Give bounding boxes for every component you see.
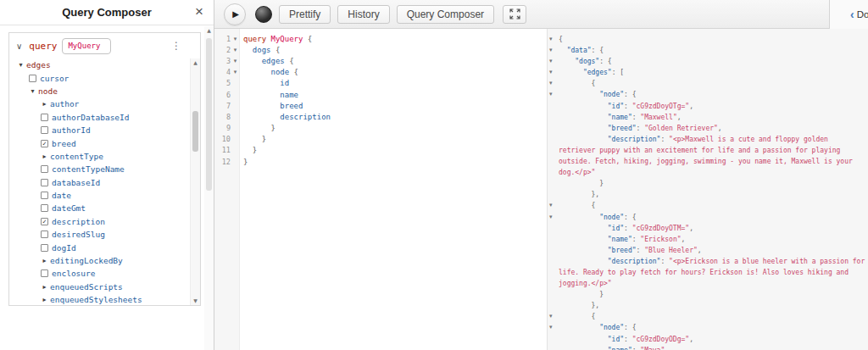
expand-arrow-icon[interactable]: ▸ xyxy=(39,283,50,291)
field-label: authorDatabaseId xyxy=(52,113,130,122)
field-label: authorId xyxy=(52,125,91,135)
fold-arrow-icon[interactable]: ▾ xyxy=(549,68,553,77)
collapse-arrow-icon[interactable]: ▾ xyxy=(15,61,26,69)
checkbox-checked-icon[interactable]: ✓ xyxy=(41,218,48,225)
checkbox-icon[interactable] xyxy=(41,231,48,238)
field-row-cursor[interactable]: cursor xyxy=(9,71,190,84)
operation-name-input[interactable] xyxy=(62,38,111,54)
checkbox-icon[interactable] xyxy=(41,165,48,173)
field-label: dateGmt xyxy=(52,203,86,213)
fold-arrow-icon[interactable]: ▾ xyxy=(549,57,553,66)
code-line: 4▾ node { xyxy=(214,67,547,78)
result-line: ▾ "edges": [ xyxy=(548,67,868,78)
fold-arrow-icon[interactable]: ▾ xyxy=(549,35,553,44)
docs-toggle-button[interactable]: ‹ Docs xyxy=(829,0,868,29)
checkbox-checked-icon[interactable]: ✓ xyxy=(41,140,48,147)
fold-arrow-icon[interactable]: ▾ xyxy=(231,58,240,64)
field-row-authorId[interactable]: authorId xyxy=(9,124,190,136)
field-row-dogId[interactable]: dogId xyxy=(9,241,190,253)
field-row-breed[interactable]: ✓breed xyxy=(9,136,190,149)
field-row-node[interactable]: ▾node xyxy=(9,85,190,97)
result-line: ▾ "node": { xyxy=(548,212,868,223)
field-row-enclosure[interactable]: enclosure xyxy=(9,267,190,280)
field-label: desiredSlug xyxy=(52,230,105,239)
field-label: enclosure xyxy=(52,269,95,278)
field-row-contentType[interactable]: ▸contentType xyxy=(9,150,190,163)
fold-arrow-icon[interactable]: ▾ xyxy=(549,323,553,332)
collapse-arrow-icon[interactable]: ▾ xyxy=(27,87,38,95)
fold-arrow-icon[interactable]: ▾ xyxy=(231,69,240,75)
fold-arrow-icon[interactable]: ▾ xyxy=(549,213,553,222)
fold-arrow-icon[interactable]: ▾ xyxy=(549,312,553,321)
field-row-edges[interactable]: ▾edges xyxy=(9,58,190,71)
field-row-description[interactable]: ✓description xyxy=(9,215,190,228)
code-text: } xyxy=(240,146,257,154)
line-number: 5 xyxy=(214,79,231,87)
result-line: ▾{ xyxy=(548,34,868,45)
auth-toggle-button[interactable] xyxy=(255,6,272,23)
fold-arrow-icon[interactable]: ▾ xyxy=(549,79,553,88)
code-text: node { xyxy=(240,68,298,76)
scrollbar-thumb[interactable] xyxy=(206,38,212,191)
expand-arrow-icon[interactable]: ▸ xyxy=(39,257,50,264)
checkbox-icon[interactable] xyxy=(41,114,48,121)
prettify-button[interactable]: Prettify xyxy=(279,5,331,24)
result-line: "id": "cG9zdDoyOTg=", xyxy=(548,101,868,112)
results-viewer: ▾{▾ "data": {▾ "dogs": {▾ "edges": [▾ {▾… xyxy=(547,29,868,350)
chevron-down-icon[interactable]: ∨ xyxy=(16,42,22,51)
checkbox-icon[interactable] xyxy=(29,75,36,82)
code-line: 7 breed xyxy=(214,100,547,111)
code-line: 3▾ edges { xyxy=(214,55,547,66)
field-label: breed xyxy=(52,139,76,148)
query-composer-button[interactable]: Query Composer xyxy=(397,5,494,24)
scrollbar-thumb[interactable] xyxy=(192,111,198,152)
field-row-editingLockedBy[interactable]: ▸editingLockedBy xyxy=(9,254,190,267)
field-row-contentTypeName[interactable]: contentTypeName xyxy=(9,163,190,175)
field-row-desiredSlug[interactable]: desiredSlug xyxy=(9,228,190,241)
field-row-authorDatabaseId[interactable]: authorDatabaseId xyxy=(9,111,190,124)
execute-query-button[interactable]: ▶ xyxy=(224,3,246,25)
result-line: "name": "Maxwell", xyxy=(548,112,868,123)
fullscreen-button[interactable] xyxy=(503,5,526,24)
line-number: 11 xyxy=(214,146,231,154)
field-row-enqueuedStylesheets[interactable]: ▸enqueuedStylesheets xyxy=(9,293,190,305)
scroll-up-icon[interactable]: ▲ xyxy=(191,58,200,67)
checkbox-icon[interactable] xyxy=(41,192,48,199)
checkbox-icon[interactable] xyxy=(41,126,48,134)
close-icon[interactable]: × xyxy=(195,3,203,20)
checkbox-icon[interactable] xyxy=(41,179,48,186)
result-line: "name": "Erickson", xyxy=(548,234,868,245)
explorer-box: ∨ query ⋮ ▾edgescursor▾node▸authorauthor… xyxy=(8,32,201,306)
query-editor[interactable]: 1▾query MyQuery {2▾ dogs {3▾ edges {4▾ n… xyxy=(214,29,547,350)
field-label: cursor xyxy=(40,74,69,83)
field-row-enqueuedScripts[interactable]: ▸enqueuedScripts xyxy=(9,281,190,293)
field-row-databaseId[interactable]: databaseId xyxy=(9,176,190,189)
result-line: } xyxy=(548,289,868,300)
panel-scrollbar[interactable]: ▲ xyxy=(204,26,214,350)
fold-arrow-icon[interactable]: ▾ xyxy=(231,36,240,42)
code-text: } xyxy=(240,124,275,132)
fold-arrow-icon[interactable]: ▾ xyxy=(549,46,553,55)
result-line: ▾ "data": { xyxy=(548,45,868,56)
expand-arrow-icon[interactable]: ▸ xyxy=(39,296,50,303)
field-row-date[interactable]: date xyxy=(9,189,190,202)
expand-arrow-icon[interactable]: ▸ xyxy=(39,100,50,108)
field-list-scrollbar[interactable]: ▲ ▼ xyxy=(190,58,200,305)
expand-arrow-icon[interactable]: ▸ xyxy=(39,153,50,160)
code-line: 10 } xyxy=(214,134,547,145)
fold-arrow-icon[interactable]: ▾ xyxy=(549,90,553,99)
field-row-dateGmt[interactable]: dateGmt xyxy=(9,202,190,214)
scroll-up-icon[interactable]: ▲ xyxy=(204,26,214,35)
fullscreen-icon xyxy=(509,8,520,19)
checkbox-icon[interactable] xyxy=(41,269,48,277)
checkbox-icon[interactable] xyxy=(41,244,48,252)
fold-arrow-icon[interactable]: ▾ xyxy=(549,201,553,210)
kebab-menu-icon[interactable]: ⋮ xyxy=(171,40,181,52)
scroll-down-icon[interactable]: ▼ xyxy=(191,297,200,305)
field-row-author[interactable]: ▸author xyxy=(9,97,190,110)
line-number: 2 xyxy=(214,46,231,54)
history-button[interactable]: History xyxy=(337,5,389,24)
checkbox-icon[interactable] xyxy=(41,204,48,212)
fold-arrow-icon[interactable]: ▾ xyxy=(231,47,240,53)
composer-title: Query Composer xyxy=(62,6,151,19)
